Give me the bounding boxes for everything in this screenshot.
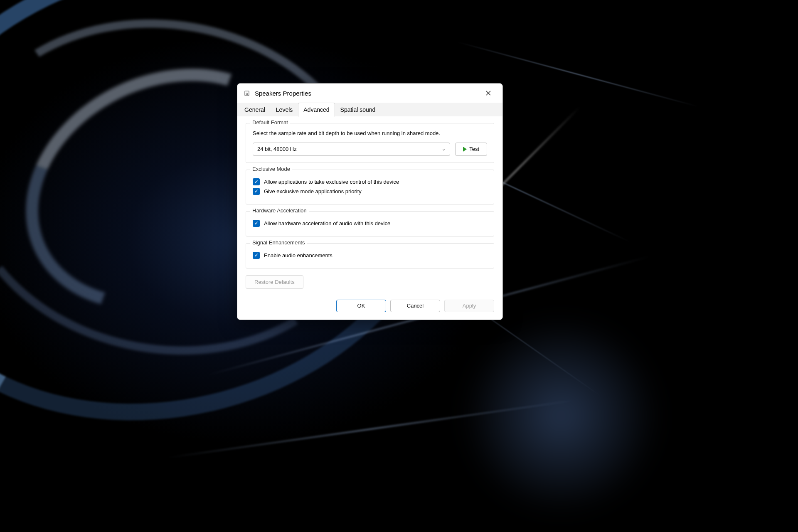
svg-point-1 [246,93,248,95]
tab-advanced[interactable]: Advanced [298,103,335,117]
exclusive-mode-label: Exclusive Mode [250,166,292,172]
restore-defaults-button[interactable]: Restore Defaults [246,275,303,289]
close-icon [486,91,491,96]
enable-enhancements-checkbox[interactable]: ✓ [253,252,260,259]
dialog-footer: OK Cancel Apply [237,294,502,320]
dialog-title: Speakers Properties [255,90,476,97]
play-icon [463,147,467,152]
hardware-acceleration-label: Hardware Acceleration [250,207,309,214]
allow-exclusive-checkbox[interactable]: ✓ [253,178,260,185]
checkmark-icon: ✓ [254,179,259,184]
tab-spatial-sound[interactable]: Spatial sound [335,103,381,117]
cancel-button[interactable]: Cancel [390,300,440,312]
sample-rate-select[interactable]: 24 bit, 48000 Hz ⌄ [253,143,450,156]
apply-button[interactable]: Apply [444,300,494,312]
test-button-label: Test [469,146,479,152]
ok-button[interactable]: OK [336,300,386,312]
speakers-properties-dialog: Speakers Properties General Levels Advan… [237,83,503,320]
default-format-label: Default Format [250,119,290,126]
tab-general[interactable]: General [239,103,271,117]
give-priority-label[interactable]: Give exclusive mode applications priorit… [264,188,362,195]
checkmark-icon: ✓ [254,221,259,226]
default-format-group: Default Format Select the sample rate an… [246,123,494,163]
signal-enhancements-label: Signal Enhancements [250,239,307,246]
default-format-description: Select the sample rate and bit depth to … [253,129,487,138]
enable-enhancements-label[interactable]: Enable audio enhancements [264,252,332,259]
tab-strip: General Levels Advanced Spatial sound [237,103,502,116]
test-button[interactable]: Test [455,143,487,156]
allow-exclusive-label[interactable]: Allow applications to take exclusive con… [264,179,399,185]
allow-hw-accel-checkbox[interactable]: ✓ [253,220,260,227]
signal-enhancements-group: Signal Enhancements ✓ Enable audio enhan… [246,243,494,268]
exclusive-mode-group: Exclusive Mode ✓ Allow applications to t… [246,170,494,204]
allow-hw-accel-label[interactable]: Allow hardware acceleration of audio wit… [264,220,390,227]
speaker-icon [243,89,251,97]
close-button[interactable] [480,88,497,99]
checkmark-icon: ✓ [254,189,259,194]
titlebar: Speakers Properties [237,84,502,103]
tab-content: Default Format Select the sample rate an… [237,116,502,294]
tab-levels[interactable]: Levels [271,103,298,117]
give-priority-checkbox[interactable]: ✓ [253,188,260,195]
chevron-down-icon: ⌄ [442,146,446,152]
sample-rate-value: 24 bit, 48000 Hz [257,146,297,152]
checkmark-icon: ✓ [254,253,259,258]
hardware-acceleration-group: Hardware Acceleration ✓ Allow hardware a… [246,211,494,236]
svg-point-2 [246,92,247,93]
